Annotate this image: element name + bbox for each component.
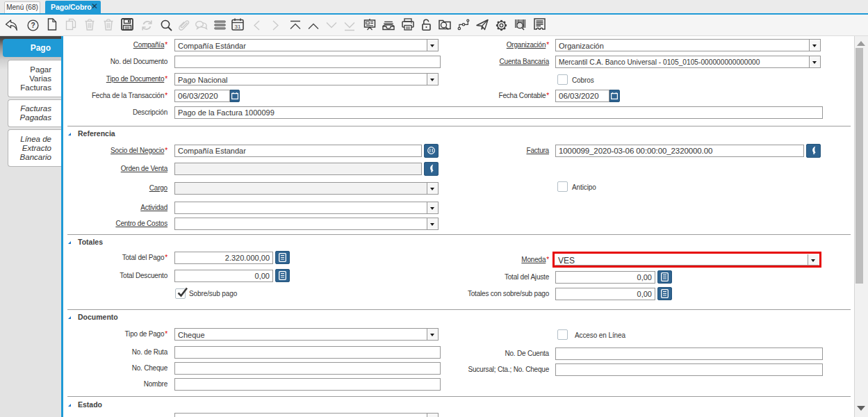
svg-text:31: 31 — [235, 24, 241, 30]
svg-text:?: ? — [31, 22, 35, 29]
